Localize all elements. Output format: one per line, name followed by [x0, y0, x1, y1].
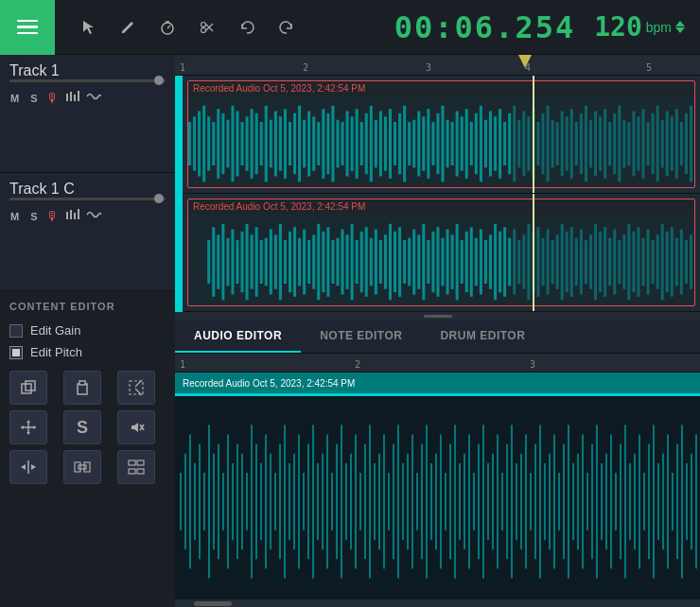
svg-rect-72: [336, 120, 339, 168]
svg-rect-182: [375, 230, 377, 295]
svg-rect-54: [251, 109, 254, 179]
stretch-icon: [20, 419, 37, 436]
playhead-triangle: [518, 55, 532, 68]
svg-rect-302: [430, 463, 432, 540]
svg-rect-102: [480, 106, 482, 182]
stretch-tool-button[interactable]: [9, 410, 47, 444]
ruler-mark-1: 1: [180, 62, 185, 73]
svg-rect-211: [513, 230, 516, 295]
bpm-up-arrow[interactable]: [675, 21, 685, 26]
track1c-wave-icon[interactable]: [86, 209, 101, 223]
editor-clip-header: Recorded Audio Oct 5, 2023, 2:42:54 PM: [175, 373, 700, 393]
group-tool-button[interactable]: [63, 450, 101, 484]
cut-selection-tool-button[interactable]: [117, 371, 155, 405]
paste-tool-button[interactable]: [63, 371, 101, 405]
svg-rect-43: [198, 112, 201, 177]
svg-rect-279: [322, 454, 324, 549]
svg-rect-342: [620, 444, 621, 560]
svg-rect-227: [589, 234, 592, 289]
svg-rect-61: [284, 109, 287, 179]
undo-button[interactable]: [231, 11, 263, 43]
track1-mute-button[interactable]: M: [8, 91, 22, 106]
scissors-tool-button[interactable]: [191, 11, 223, 43]
svg-rect-112: [527, 116, 530, 171]
track1-solo-button[interactable]: S: [27, 91, 40, 106]
group-icon: [74, 459, 91, 476]
horizontal-scrollbar[interactable]: [175, 599, 700, 607]
track1c-eq-icon[interactable]: [65, 208, 80, 224]
svg-rect-179: [360, 232, 363, 292]
pencil-icon: [119, 19, 136, 36]
svg-rect-249: [180, 473, 182, 530]
svg-rect-67: [312, 116, 315, 171]
track1-mic-icon[interactable]: 🎙: [46, 91, 60, 106]
svg-rect-346: [639, 435, 640, 569]
svg-rect-172: [326, 227, 329, 297]
track1-audio-clip[interactable]: Recorded Audio Oct 5, 2023, 2:42:54 PM: [187, 80, 695, 188]
tab-note-editor[interactable]: NOTE EDITOR: [301, 320, 421, 353]
track1-wave-icon[interactable]: [86, 91, 101, 105]
editor-tools: S: [9, 371, 166, 484]
redo-button[interactable]: [271, 11, 303, 43]
svg-rect-178: [356, 240, 359, 284]
edit-gain-checkbox[interactable]: [9, 324, 23, 338]
editor-tabs: AUDIO EDITOR NOTE EDITOR DRUM EDITOR: [175, 320, 700, 354]
tab-drum-editor[interactable]: DRUM EDITOR: [421, 320, 544, 353]
mute-tool-button[interactable]: [117, 410, 155, 444]
track1c-mute-button[interactable]: M: [8, 209, 22, 224]
svg-rect-220: [556, 234, 559, 289]
track-area: 1 2 3 4 5 Recorded Audio Oct 5, 2023, 2:…: [175, 55, 700, 607]
hamburger-button[interactable]: [0, 0, 55, 55]
svg-rect-38: [137, 460, 144, 465]
track1-waveform: [188, 100, 694, 187]
svg-rect-294: [393, 444, 394, 560]
edit-pitch-checkbox[interactable]: [9, 346, 23, 359]
svg-rect-86: [403, 106, 406, 182]
duplicate-tool-button[interactable]: [9, 371, 47, 405]
svg-rect-155: [246, 224, 249, 301]
track1-volume-slider[interactable]: [9, 79, 166, 82]
svg-rect-110: [517, 120, 520, 168]
pencil-tool-button[interactable]: [112, 11, 144, 43]
edit-gain-option[interactable]: Edit Gain: [9, 323, 166, 338]
track1c-mic-icon[interactable]: 🎙: [46, 209, 60, 224]
edit-gain-label: Edit Gain: [30, 323, 80, 338]
select-tool-button[interactable]: [72, 11, 104, 43]
split-icon: [20, 459, 37, 476]
track1c-audio-clip[interactable]: Recorded Audio Oct 5, 2023, 2:42:54 PM: [187, 199, 695, 306]
ungroup-tool-button[interactable]: [117, 450, 155, 484]
split-tool-button[interactable]: [9, 450, 47, 484]
svg-rect-37: [129, 460, 135, 465]
duplicate-icon: [20, 379, 37, 396]
svg-rect-96: [451, 122, 454, 165]
track1-name: Track 1: [9, 62, 166, 79]
svg-rect-221: [561, 224, 564, 301]
svg-rect-255: [208, 425, 210, 578]
svg-rect-236: [632, 232, 635, 292]
svg-rect-16: [22, 384, 31, 393]
track1c-solo-button[interactable]: S: [27, 209, 40, 224]
edit-pitch-option[interactable]: Edit Pitch: [9, 345, 166, 359]
svg-rect-136: [641, 109, 644, 179]
svg-rect-269: [274, 473, 276, 530]
track1-eq-icon[interactable]: [65, 90, 80, 106]
hamburger-icon: [17, 16, 38, 39]
resize-bar[interactable]: [175, 312, 700, 320]
svg-rect-244: [671, 227, 674, 297]
svg-rect-124: [585, 106, 587, 182]
track1c-waveform-row[interactable]: Recorded Audio Oct 5, 2023, 2:42:54 PM: [183, 194, 700, 312]
svg-rect-223: [570, 227, 573, 297]
track1-waveform-row[interactable]: Recorded Audio Oct 5, 2023, 2:42:54 PM: [183, 76, 700, 194]
svg-rect-180: [365, 227, 368, 297]
tab-audio-editor[interactable]: AUDIO EDITOR: [175, 320, 301, 353]
svg-rect-335: [586, 473, 588, 530]
svg-rect-68: [317, 122, 320, 165]
bpm-down-arrow[interactable]: [675, 27, 685, 33]
svg-rect-254: [203, 473, 205, 530]
bpm-arrows[interactable]: [675, 21, 685, 33]
timer-tool-button[interactable]: [151, 11, 184, 43]
scrollbar-thumb[interactable]: [194, 601, 232, 606]
svg-rect-120: [566, 116, 569, 171]
stretch-text-button[interactable]: S: [63, 410, 101, 444]
track1c-volume-slider[interactable]: [9, 198, 166, 200]
